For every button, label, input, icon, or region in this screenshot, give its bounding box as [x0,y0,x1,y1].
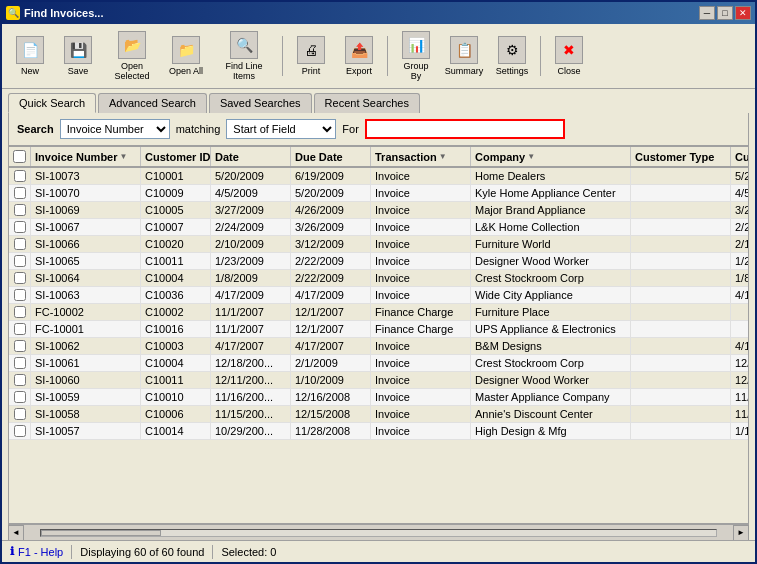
status-sep-2 [212,545,213,559]
group-by-button[interactable]: 📊 Group By [394,28,438,84]
cell-customer-type [631,304,731,320]
cell-customer-type [631,355,731,371]
open-selected-label: Open Selected [107,61,157,81]
row-check-cell [9,321,31,337]
summary-icon: 📋 [450,36,478,64]
help-button[interactable]: ℹ F1 - Help [10,545,63,558]
row-checkbox[interactable] [14,221,26,233]
cell-company: Crest Stockroom Corp [471,270,631,286]
cell-customer-id: C10014 [141,423,211,439]
row-checkbox[interactable] [14,374,26,386]
invoice-filter-icon[interactable]: ▼ [120,152,128,161]
cell-due-date: 2/22/2009 [291,253,371,269]
row-checkbox[interactable] [14,170,26,182]
cell-custom: 5/20/20... [731,168,748,184]
new-button[interactable]: 📄 New [8,33,52,79]
open-selected-icon: 📂 [118,31,146,59]
table-row: SI-10060 C10011 12/11/200... 1/10/2009 I… [9,372,748,389]
row-check-cell [9,185,31,201]
tab-saved-searches[interactable]: Saved Searches [209,93,312,113]
close-button[interactable]: ✖ Close [547,33,591,79]
tab-recent-searches[interactable]: Recent Searches [314,93,420,113]
cell-transaction: Invoice [371,389,471,405]
header-due-date: Due Date [291,147,371,166]
row-checkbox[interactable] [14,255,26,267]
cell-date: 11/16/200... [211,389,291,405]
search-field-select[interactable]: Invoice Number Customer ID Company Trans… [60,119,170,139]
cell-company: UPS Appliance & Electronics [471,321,631,337]
header-customer-type: Customer Type [631,147,731,166]
transaction-filter-icon[interactable]: ▼ [439,152,447,161]
close-label: Close [557,66,580,76]
export-button[interactable]: 📤 Export [337,33,381,79]
cell-custom: 1/8/200... [731,270,748,286]
cell-customer-type [631,168,731,184]
tab-advanced-search[interactable]: Advanced Search [98,93,207,113]
scroll-thumb[interactable] [41,530,161,536]
table-row: SI-10067 C10007 2/24/2009 3/26/2009 Invo… [9,219,748,236]
cell-customer-type [631,372,731,388]
cell-invoice: SI-10064 [31,270,141,286]
maximize-button[interactable]: □ [717,6,733,20]
cell-customer-id: C10010 [141,389,211,405]
open-all-button[interactable]: 📁 Open All [164,33,208,79]
scroll-left-button[interactable]: ◄ [8,525,24,541]
cell-customer-type [631,321,731,337]
selected-label: Selected: 0 [221,546,276,558]
cell-due-date: 12/1/2007 [291,304,371,320]
row-checkbox[interactable] [14,323,26,335]
status-sep-1 [71,545,72,559]
cell-date: 2/10/2009 [211,236,291,252]
settings-button[interactable]: ⚙ Settings [490,33,534,79]
cell-customer-id: C10003 [141,338,211,354]
row-checkbox[interactable] [14,306,26,318]
header-date: Date [211,147,291,166]
scroll-right-button[interactable]: ► [733,525,749,541]
cell-company: Furniture World [471,236,631,252]
find-line-items-button[interactable]: 🔍 Find Line Items [212,28,276,84]
cell-customer-id: C10011 [141,253,211,269]
cell-custom: 2/10/20... [731,236,748,252]
title-controls: ─ □ ✕ [699,6,751,20]
header-check [9,147,31,166]
table-row: SI-10064 C10004 1/8/2009 2/22/2009 Invoi… [9,270,748,287]
row-checkbox[interactable] [14,425,26,437]
summary-button[interactable]: 📋 Summary [442,33,486,79]
row-check-cell [9,355,31,371]
table-row: SI-10069 C10005 3/27/2009 4/26/2009 Invo… [9,202,748,219]
open-selected-button[interactable]: 📂 Open Selected [104,28,160,84]
cell-company: High Design & Mfg [471,423,631,439]
tab-quick-search[interactable]: Quick Search [8,93,96,113]
row-checkbox[interactable] [14,357,26,369]
row-checkbox[interactable] [14,272,26,284]
row-checkbox[interactable] [14,289,26,301]
row-checkbox[interactable] [14,408,26,420]
row-check-cell [9,168,31,184]
company-filter-icon[interactable]: ▼ [527,152,535,161]
row-checkbox[interactable] [14,238,26,250]
close-window-button[interactable]: ✕ [735,6,751,20]
row-check-cell [9,253,31,269]
row-checkbox[interactable] [14,204,26,216]
cell-custom: 1/23/20... [731,253,748,269]
toolbar-separator-3 [540,36,541,76]
print-button[interactable]: 🖨 Print [289,33,333,79]
matching-select[interactable]: Start of Field Contains Ends With Exact … [226,119,336,139]
cell-due-date: 12/16/2008 [291,389,371,405]
cell-due-date: 4/26/2009 [291,202,371,218]
row-check-cell [9,270,31,286]
cell-invoice: SI-10065 [31,253,141,269]
cell-custom: 4/5/200... [731,185,748,201]
toolbar: 📄 New 💾 Save 📂 Open Selected 📁 Open All … [2,24,755,89]
cell-customer-id: C10005 [141,202,211,218]
search-input[interactable] [365,119,565,139]
row-checkbox[interactable] [14,340,26,352]
cell-custom: 12/10/2... [731,372,748,388]
row-checkbox[interactable] [14,391,26,403]
cell-customer-id: C10002 [141,304,211,320]
cell-invoice: FC-10002 [31,304,141,320]
minimize-button[interactable]: ─ [699,6,715,20]
select-all-checkbox[interactable] [13,150,26,163]
save-button[interactable]: 💾 Save [56,33,100,79]
row-checkbox[interactable] [14,187,26,199]
